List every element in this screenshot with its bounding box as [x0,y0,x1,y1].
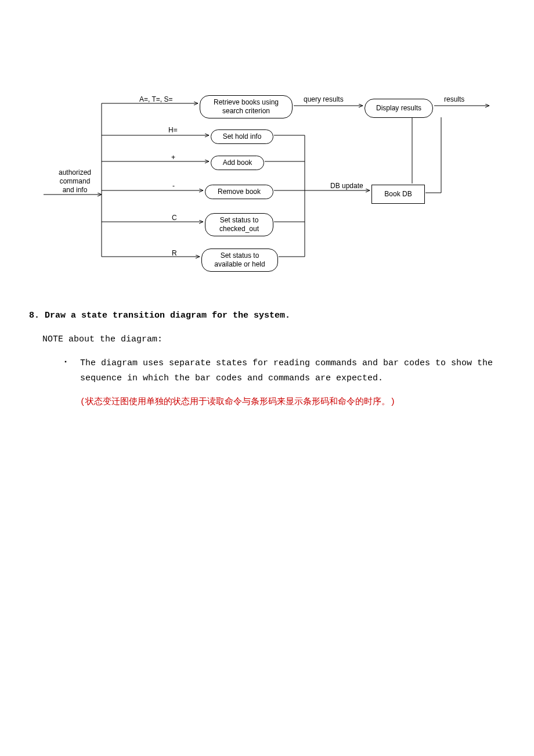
bullet-1: The diagram uses separate states for rea… [64,356,505,410]
query-results-label: query results [304,95,344,103]
set-hold-bubble: Set hold info [211,129,273,144]
label-c: C [172,214,177,222]
label-plus: + [171,153,175,161]
display-results-bubble: Display results [365,99,433,118]
label-ats: A=, T=, S= [139,95,172,103]
label-minus: - [172,182,175,190]
label-h: H= [168,126,178,134]
data-flow-diagram: authorized command and info Retrieve boo… [44,93,490,282]
remove-book-bubble: Remove book [205,185,273,199]
add-book-bubble: Add book [211,156,264,170]
section-8-heading: 8. Draw a state transition diagram for t… [29,311,505,321]
authorized-command-label: authorized command and info [52,168,98,195]
label-r: R [172,249,177,257]
checked-out-bubble: Set status to checked_out [205,213,273,236]
results-label: results [444,95,464,103]
book-db-bubble: Book DB [371,185,425,204]
db-update-label: DB update [330,182,363,190]
note-intro: NOTE about the diagram: [42,334,505,344]
bullet-1-cn: (状态变迁图使用单独的状态用于读取命令与条形码来显示条形码和命令的时序。) [80,395,505,410]
retrieve-bubble: Retrieve books using search criterion [200,95,293,118]
available-held-bubble: Set status to available or held [201,249,278,272]
